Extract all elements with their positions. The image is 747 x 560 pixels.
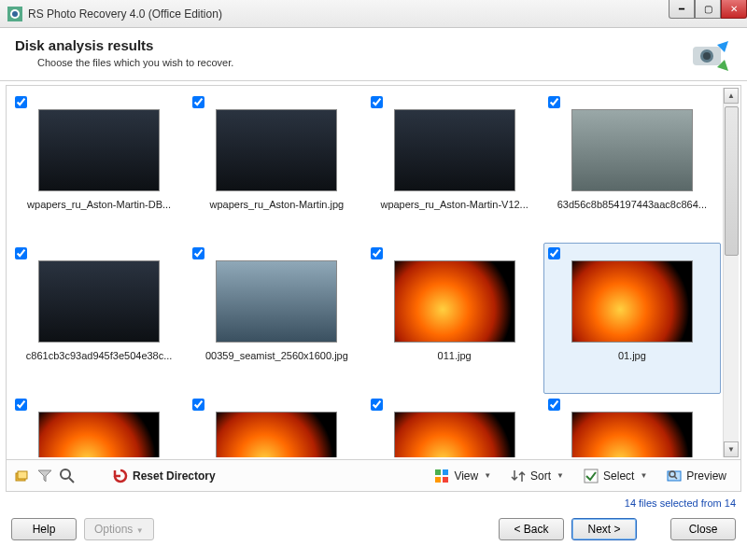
file-thumbnail bbox=[216, 260, 337, 343]
preview-button[interactable]: Preview bbox=[659, 464, 733, 488]
file-name: 00359_seamist_2560x1600.jpg bbox=[192, 350, 360, 361]
titlebar: RS Photo Recovery 4.0 (Office Edition) ━… bbox=[0, 0, 747, 28]
file-checkbox[interactable] bbox=[15, 399, 27, 411]
file-name: wpapers_ru_Aston-Martin-DB... bbox=[15, 199, 183, 210]
scroll-up-icon[interactable]: ▲ bbox=[724, 88, 739, 104]
file-thumbnail bbox=[394, 412, 515, 457]
file-thumbnail bbox=[38, 260, 160, 343]
view-icon bbox=[433, 468, 450, 484]
file-item[interactable]: wpapers_ru_Aston-Martin-V12... bbox=[366, 91, 543, 243]
file-thumbnail bbox=[216, 109, 337, 191]
options-button[interactable]: Options ▼ bbox=[84, 518, 154, 540]
file-item[interactable]: wpapers_ru_Aston-Martin-DB... bbox=[10, 91, 188, 243]
sort-button[interactable]: Sort▼ bbox=[503, 464, 571, 488]
reset-directory-button[interactable]: Reset Directory bbox=[106, 464, 222, 488]
close-dialog-button[interactable]: Close bbox=[670, 518, 736, 540]
page-title: Disk analysis results bbox=[15, 37, 687, 53]
select-button[interactable]: Select▼ bbox=[576, 464, 654, 488]
scroll-down-icon[interactable]: ▼ bbox=[724, 441, 739, 457]
back-button[interactable]: < Back bbox=[499, 518, 564, 540]
results-panel: wpapers_ru_Aston-Martin-DB...wpapers_ru_… bbox=[6, 85, 741, 460]
chevron-down-icon: ▼ bbox=[136, 526, 144, 535]
status-text: 14 files selected from 14 bbox=[0, 492, 747, 511]
svg-point-5 bbox=[703, 52, 711, 60]
file-checkbox[interactable] bbox=[192, 247, 204, 259]
svg-rect-7 bbox=[18, 471, 27, 479]
view-button[interactable]: View▼ bbox=[427, 464, 498, 488]
file-item[interactable]: 63d56c8b854197443aac8c864... bbox=[543, 91, 721, 243]
file-checkbox[interactable] bbox=[371, 96, 383, 108]
chevron-down-icon: ▼ bbox=[640, 471, 647, 480]
file-checkbox[interactable] bbox=[548, 399, 560, 411]
file-thumbnail bbox=[216, 412, 337, 457]
file-thumbnail bbox=[394, 109, 515, 191]
minimize-button[interactable]: ━ bbox=[669, 0, 695, 19]
file-item[interactable]: c861cb3c93ad945f3e504e38c... bbox=[10, 243, 188, 394]
chevron-down-icon: ▼ bbox=[484, 471, 491, 480]
filter-icon[interactable] bbox=[36, 468, 53, 484]
file-thumbnail bbox=[571, 109, 693, 191]
file-thumbnail bbox=[571, 412, 693, 457]
footer: Help Options ▼ < Back Next > Close bbox=[0, 511, 747, 548]
svg-rect-12 bbox=[435, 477, 441, 483]
file-name: wpapers_ru_Aston-Martin-V12... bbox=[371, 199, 539, 210]
file-checkbox[interactable] bbox=[192, 96, 204, 108]
file-item[interactable]: 01.jpg bbox=[543, 243, 721, 394]
file-item[interactable] bbox=[188, 394, 365, 457]
file-item[interactable]: 011.jpg bbox=[366, 243, 543, 394]
preview-icon bbox=[666, 468, 683, 484]
file-item[interactable] bbox=[543, 394, 721, 457]
file-checkbox[interactable] bbox=[192, 399, 204, 411]
file-checkbox[interactable] bbox=[15, 96, 27, 108]
file-checkbox[interactable] bbox=[548, 96, 560, 108]
sort-icon bbox=[510, 468, 527, 484]
file-item[interactable] bbox=[366, 394, 543, 457]
file-grid: wpapers_ru_Aston-Martin-DB...wpapers_ru_… bbox=[8, 88, 723, 457]
svg-rect-13 bbox=[443, 477, 448, 483]
file-checkbox[interactable] bbox=[371, 399, 383, 411]
toolbar: Reset Directory View▼ Sort▼ Select▼ Prev… bbox=[6, 460, 741, 492]
stack-icon[interactable] bbox=[14, 468, 31, 484]
svg-rect-10 bbox=[435, 469, 441, 475]
scroll-thumb[interactable] bbox=[725, 106, 739, 256]
checkbox-icon bbox=[583, 468, 599, 484]
svg-line-9 bbox=[69, 478, 74, 483]
file-item[interactable] bbox=[10, 394, 188, 457]
reset-icon bbox=[112, 468, 129, 484]
file-item[interactable]: 00359_seamist_2560x1600.jpg bbox=[188, 243, 365, 394]
file-name: 01.jpg bbox=[548, 350, 716, 361]
file-name: c861cb3c93ad945f3e504e38c... bbox=[15, 350, 183, 361]
header-icon bbox=[687, 37, 732, 75]
file-name: 63d56c8b854197443aac8c864... bbox=[548, 199, 716, 210]
file-thumbnail bbox=[571, 260, 693, 343]
file-checkbox[interactable] bbox=[548, 247, 560, 259]
file-checkbox[interactable] bbox=[15, 247, 27, 259]
chevron-down-icon: ▼ bbox=[557, 471, 564, 480]
file-name: wpapers_ru_Aston-Martin.jpg bbox=[192, 199, 360, 210]
vertical-scrollbar[interactable]: ▲ ▼ bbox=[723, 88, 739, 457]
zoom-icon[interactable] bbox=[59, 468, 76, 484]
next-button[interactable]: Next > bbox=[571, 518, 637, 540]
maximize-button[interactable]: ▢ bbox=[695, 0, 721, 19]
file-item[interactable]: wpapers_ru_Aston-Martin.jpg bbox=[188, 91, 365, 243]
help-button[interactable]: Help bbox=[11, 518, 77, 540]
file-thumbnail bbox=[38, 109, 160, 191]
close-button[interactable]: ✕ bbox=[721, 0, 747, 19]
svg-point-2 bbox=[12, 11, 18, 17]
file-name: 011.jpg bbox=[371, 350, 539, 361]
file-thumbnail bbox=[38, 412, 160, 457]
svg-rect-11 bbox=[443, 469, 448, 475]
file-thumbnail bbox=[394, 260, 515, 343]
wizard-header: Disk analysis results Choose the files w… bbox=[0, 28, 747, 81]
svg-point-8 bbox=[61, 469, 70, 479]
page-subtitle: Choose the files which you wish to recov… bbox=[37, 57, 687, 68]
window-title: RS Photo Recovery 4.0 (Office Edition) bbox=[28, 7, 669, 21]
file-checkbox[interactable] bbox=[371, 247, 383, 259]
app-icon bbox=[7, 7, 22, 21]
